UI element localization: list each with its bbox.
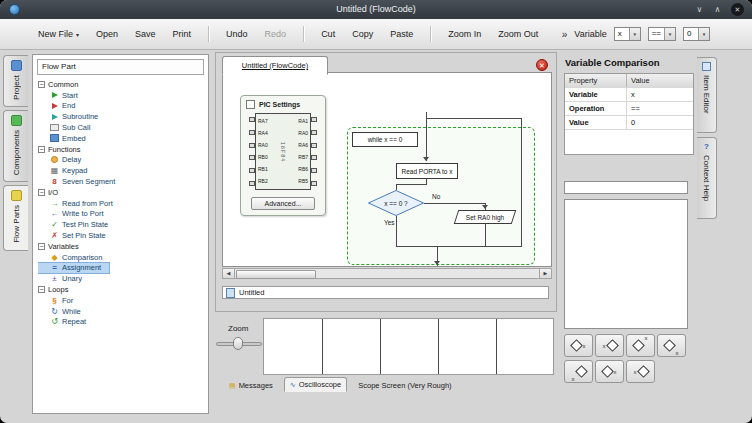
shape-template-button-6[interactable]: x — [595, 360, 624, 383]
zoom-slider-thumb[interactable] — [233, 337, 243, 350]
tree-group-variables[interactable]: −Variables — [38, 241, 206, 252]
collapse-icon[interactable]: − — [38, 81, 45, 88]
shape-template-button-7[interactable]: x — [626, 360, 655, 383]
pic-settings-checkbox[interactable] — [246, 100, 255, 109]
tree-item-keypad[interactable]: ▦Keypad — [38, 165, 206, 176]
value-cell[interactable]: == — [627, 102, 693, 115]
tree-item-sub-call[interactable]: Sub Call — [38, 122, 206, 133]
open-button[interactable]: Open — [96, 29, 118, 39]
tree-group-io[interactable]: −I/O — [38, 187, 206, 198]
new-file-button[interactable]: New File▾ — [38, 29, 79, 39]
scroll-left-icon[interactable]: ◀ — [223, 269, 235, 278]
tree-group-loops[interactable]: −Loops — [38, 284, 206, 295]
collapse-icon[interactable]: − — [38, 189, 45, 196]
pic-settings-panel[interactable]: PIC Settings RA7 RA4 RA0 RB0 RB1 RB2 16F… — [240, 95, 326, 216]
dropdown-icon[interactable]: ▾ — [664, 28, 675, 40]
tab-messages[interactable]: ▤ Messages — [224, 379, 278, 392]
value-select[interactable]: 0 ▾ — [683, 27, 710, 41]
tab-project[interactable]: Project — [3, 55, 28, 107]
chip-body: RA7 RA4 RA0 RB0 RB1 RB2 16F84 RA1 RA0 RA… — [255, 113, 311, 190]
tree-item-label: Delay — [62, 155, 81, 164]
tree-item-repeat[interactable]: ↺Repeat — [38, 317, 206, 328]
tab-scope-screen[interactable]: Scope Screen (Very Rough) — [353, 379, 456, 392]
operation-select[interactable]: == ▾ — [648, 27, 676, 41]
tree-group-common[interactable]: −Common — [38, 79, 206, 90]
tab-context-help[interactable]: ? Context Help — [697, 137, 717, 219]
tree-item-comparison[interactable]: ◆Comparison — [38, 252, 206, 263]
copy-button[interactable]: Copy — [352, 29, 373, 39]
tab-flow-parts[interactable]: Flow Parts — [3, 185, 28, 251]
dropdown-icon[interactable]: ▾ — [629, 28, 640, 40]
paste-button[interactable]: Paste — [390, 29, 413, 39]
cut-button[interactable]: Cut — [321, 29, 335, 39]
tree-item-start[interactable]: Start — [38, 90, 206, 101]
shape-template-button-4[interactable]: x — [657, 334, 686, 357]
shape-template-button-5[interactable]: x — [564, 360, 593, 383]
tree-item-while[interactable]: ↻While — [38, 306, 206, 317]
flow-part-panel: Flow Part −Common Start End Subroutine S… — [32, 54, 209, 414]
tree-item-set-pin-state[interactable]: ✗Set Pin State — [38, 230, 206, 241]
collapse-icon[interactable]: − — [38, 146, 45, 153]
shape-template-button-1[interactable]: x — [564, 334, 593, 357]
tree-item-end[interactable]: End — [38, 101, 206, 112]
print-button[interactable]: Print — [173, 29, 192, 39]
close-document-icon[interactable]: ✕ — [536, 59, 548, 71]
dropdown-icon[interactable]: ▾ — [698, 28, 709, 40]
tree-item-unary[interactable]: ±Unary — [38, 273, 206, 284]
zoom-out-button[interactable]: Zoom Out — [498, 29, 538, 39]
tree-item-subroutine[interactable]: Subroutine — [38, 111, 206, 122]
zoom-in-button[interactable]: Zoom In — [448, 29, 481, 39]
advanced-button[interactable]: Advanced... — [251, 197, 315, 210]
shape-template-button-2[interactable]: x — [595, 334, 624, 357]
value-cell[interactable]: x — [627, 88, 693, 101]
pin-label: RA4 — [258, 131, 268, 136]
set-ra0-block[interactable]: Set RA0 high — [456, 210, 514, 224]
tab-item-editor[interactable]: Item Editor — [697, 57, 717, 133]
set-ra0-label: Set RA0 high — [456, 210, 514, 224]
maximize-icon[interactable]: ∧ — [711, 3, 724, 16]
scope-grid-line — [322, 319, 323, 374]
collapse-icon[interactable]: − — [38, 243, 45, 250]
scope-grid-line — [438, 319, 439, 374]
scrollbar-thumb[interactable] — [236, 270, 316, 279]
comparison-icon: ◆ — [50, 253, 59, 262]
tab-context-help-label: Context Help — [702, 155, 711, 201]
undo-button[interactable]: Undo — [226, 29, 248, 39]
read-porta-block[interactable]: Read PORTA to x — [396, 163, 458, 179]
tree-item-write-to-port[interactable]: ←Write to Port — [38, 209, 206, 220]
bottom-tab-bar: ▤ Messages ∿ Oscilloscope Scope Screen (… — [224, 377, 457, 392]
redo-button: Redo — [265, 29, 287, 39]
property-cell: Operation — [565, 102, 627, 115]
pic-settings-header: PIC Settings — [246, 100, 300, 109]
tab-oscilloscope[interactable]: ∿ Oscilloscope — [284, 377, 347, 392]
tree-item-test-pin-state[interactable]: ✓Test Pin State — [38, 219, 206, 230]
tree-group-functions[interactable]: −Functions — [38, 144, 206, 155]
value-cell[interactable]: 0 — [627, 116, 693, 129]
shape-template-button-3[interactable]: x — [626, 334, 655, 357]
variable-name-select[interactable]: x ▾ — [614, 27, 641, 41]
tree-item-assignment[interactable]: =Assignment — [38, 263, 109, 274]
canvas-horizontal-scrollbar[interactable]: ◀ ▶ — [222, 268, 552, 279]
tree-item-read-from-port[interactable]: →Read from Port — [38, 198, 206, 209]
tree-item-delay[interactable]: Delay — [38, 155, 206, 166]
sub-call-icon — [50, 123, 59, 132]
item-editor-text-field[interactable] — [564, 181, 688, 194]
decision-block[interactable]: x == 0 ? — [368, 190, 424, 216]
flowchart-name-field[interactable]: Untitled — [222, 286, 549, 299]
column-header-property: Property — [565, 74, 627, 87]
collapse-icon[interactable]: − — [38, 286, 45, 293]
close-icon[interactable]: ✕ — [731, 3, 744, 16]
tree-item-for[interactable]: §For — [38, 295, 206, 306]
document-tab[interactable]: Untitled (FlowCode) — [222, 56, 328, 75]
flow-connector — [426, 112, 427, 161]
scroll-right-icon[interactable]: ▶ — [539, 269, 551, 278]
while-loop-block[interactable]: while x == 0 — [352, 132, 418, 147]
tree-item-seven-segment[interactable]: 8Seven Segment — [38, 176, 206, 187]
tab-components[interactable]: Components — [3, 110, 28, 182]
toolbar-overflow-icon[interactable]: » — [562, 29, 568, 40]
tree-item-label: Set Pin State — [62, 231, 106, 240]
tree-item-embed[interactable]: Embed — [38, 133, 206, 144]
save-button[interactable]: Save — [135, 29, 156, 39]
tree-item-label: Read from Port — [62, 199, 113, 208]
minimize-icon[interactable]: ∨ — [693, 3, 706, 16]
